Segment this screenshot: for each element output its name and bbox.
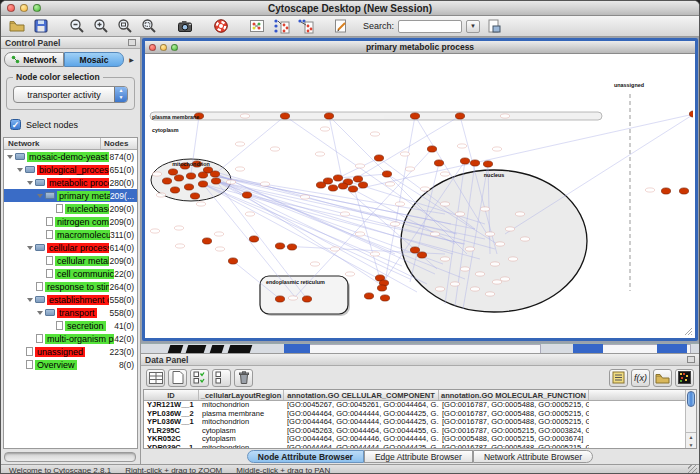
node[interactable] <box>249 236 258 242</box>
tree-row[interactable]: cellular process614(0) <box>4 241 137 254</box>
tree-row[interactable]: macromolecule311(0) <box>4 228 137 241</box>
node[interactable] <box>211 178 220 184</box>
node[interactable] <box>174 175 183 181</box>
expand-arrow-icon[interactable] <box>37 311 43 315</box>
tree-row[interactable]: Overview8(0) <box>4 358 137 371</box>
node[interactable] <box>198 181 207 187</box>
node[interactable] <box>483 161 492 167</box>
expand-arrow-icon[interactable] <box>27 181 33 185</box>
node[interactable] <box>242 192 251 198</box>
node-color-dropdown[interactable]: transporter activity ▲▼ <box>13 86 128 103</box>
open-file-button[interactable] <box>7 17 27 35</box>
node[interactable] <box>338 183 347 189</box>
tree-row[interactable]: primary metabo209(... <box>4 189 137 202</box>
tree-column-network[interactable]: Network <box>4 138 101 149</box>
zoom-fit-button[interactable] <box>115 17 135 35</box>
node[interactable] <box>410 247 419 253</box>
expand-arrow-icon[interactable] <box>17 168 23 172</box>
table-row[interactable]: YPL036W__1mitochondrion[GO:0044464, GO:0… <box>144 418 696 427</box>
attribute-table-button[interactable] <box>146 369 165 387</box>
tree-row[interactable]: secretion41(0) <box>4 319 137 332</box>
tree-row[interactable]: nucleobase-209(0) <box>4 202 137 215</box>
select-nodes-checkbox[interactable]: ✓ <box>10 119 21 130</box>
layout-b-button[interactable] <box>295 17 315 35</box>
attribute-matrix-button[interactable] <box>675 369 694 387</box>
column-header[interactable]: ID <box>144 390 199 400</box>
node[interactable] <box>348 186 357 192</box>
node[interactable] <box>661 188 670 194</box>
new-attribute-button[interactable] <box>168 369 187 387</box>
node[interactable] <box>689 111 693 117</box>
node[interactable] <box>316 182 325 188</box>
node[interactable] <box>184 184 193 190</box>
scrollbar-thumb[interactable] <box>687 391 695 407</box>
table-row[interactable]: YDR039C__1mitochondrion[GO:0044464, GO:0… <box>144 444 696 449</box>
node[interactable] <box>434 160 443 166</box>
node[interactable] <box>455 113 464 119</box>
tree-row[interactable]: transport558(0) <box>4 306 137 319</box>
expand-arrow-icon[interactable] <box>7 155 13 159</box>
node[interactable] <box>302 296 311 302</box>
node[interactable] <box>427 146 436 152</box>
help-button[interactable] <box>211 17 231 35</box>
float-panel-icon[interactable] <box>687 356 695 363</box>
canvas-resize-grip[interactable] <box>691 334 692 335</box>
node[interactable] <box>410 113 419 119</box>
save-session-button[interactable] <box>31 17 51 35</box>
float-panel-icon[interactable] <box>128 39 136 46</box>
node[interactable] <box>333 175 342 181</box>
scrollbar-arrows[interactable]: ▲▼ <box>686 432 696 448</box>
expand-arrow-icon[interactable] <box>27 298 33 302</box>
search-dropdown-button[interactable]: ▼ <box>466 20 480 33</box>
zoom-selected-button[interactable] <box>139 17 159 35</box>
node[interactable] <box>364 293 373 299</box>
node[interactable] <box>162 178 171 184</box>
tree-row[interactable]: cell communicat22(0) <box>4 267 137 280</box>
resize-grip-icon[interactable] <box>688 465 697 474</box>
import-attributes-button[interactable] <box>653 369 672 387</box>
node[interactable] <box>358 182 367 188</box>
snapshot-button[interactable] <box>175 17 195 35</box>
tree-row[interactable]: establishment of lo558(0) <box>4 293 137 306</box>
tree-row[interactable]: metabolic process280(0) <box>4 176 137 189</box>
network-view-titlebar[interactable]: primary metabolic process <box>145 41 695 54</box>
node[interactable] <box>190 193 199 199</box>
select-attributes-button[interactable] <box>190 369 209 387</box>
node[interactable] <box>275 296 284 302</box>
tree-column-nodes[interactable]: Nodes <box>101 138 137 149</box>
tree-row[interactable]: response to stimulu264(0) <box>4 280 137 293</box>
node[interactable] <box>202 238 211 244</box>
node[interactable] <box>382 171 391 177</box>
table-row[interactable]: YLR295Ccytoplasm[GO:0045263, GO:0044464,… <box>144 427 696 436</box>
region-plasma-membrane[interactable] <box>150 112 602 120</box>
node[interactable] <box>353 176 362 182</box>
search-input[interactable] <box>398 20 462 33</box>
node[interactable] <box>374 155 383 161</box>
node[interactable] <box>210 171 219 177</box>
node[interactable] <box>377 285 386 291</box>
node[interactable] <box>417 252 426 258</box>
function-builder-button[interactable]: f(x) <box>631 369 650 387</box>
node[interactable] <box>170 187 179 193</box>
annotation-button[interactable] <box>331 17 351 35</box>
tab-node-attribute-browser[interactable]: Node Attribute Browser <box>247 450 364 463</box>
node[interactable] <box>198 172 207 178</box>
tab-network[interactable]: Network <box>4 52 64 67</box>
network-canvas[interactable]: plasma membranecytoplasmmitochondrionnuc… <box>145 54 695 338</box>
tab-network-attribute-browser[interactable]: Network Attribute Browser <box>473 450 593 463</box>
table-row[interactable]: YJR121W__1mitochondrion[GO:0045267, GO:0… <box>144 401 696 410</box>
tree-row[interactable]: unassigned223(0) <box>4 345 137 358</box>
node[interactable] <box>275 243 284 249</box>
node[interactable] <box>228 258 237 264</box>
column-header[interactable]: _cellularLayoutRegion <box>199 390 284 400</box>
expand-arrow-icon[interactable] <box>27 246 33 250</box>
background-windows-strip[interactable] <box>141 343 699 353</box>
expand-arrow-icon[interactable] <box>37 194 43 198</box>
column-header[interactable]: annotation.GO MOLECULAR_FUNCTION <box>439 390 589 400</box>
tree-row[interactable]: nitrogen compo209(0) <box>4 215 137 228</box>
network-view-window[interactable]: primary metabolic process plasma membran… <box>142 38 698 341</box>
search-config-button[interactable] <box>484 17 504 35</box>
tab-edge-attribute-browser[interactable]: Edge Attribute Browser <box>364 450 473 463</box>
table-scrollbar[interactable]: ▲▼ <box>685 390 696 448</box>
node[interactable] <box>679 188 688 194</box>
